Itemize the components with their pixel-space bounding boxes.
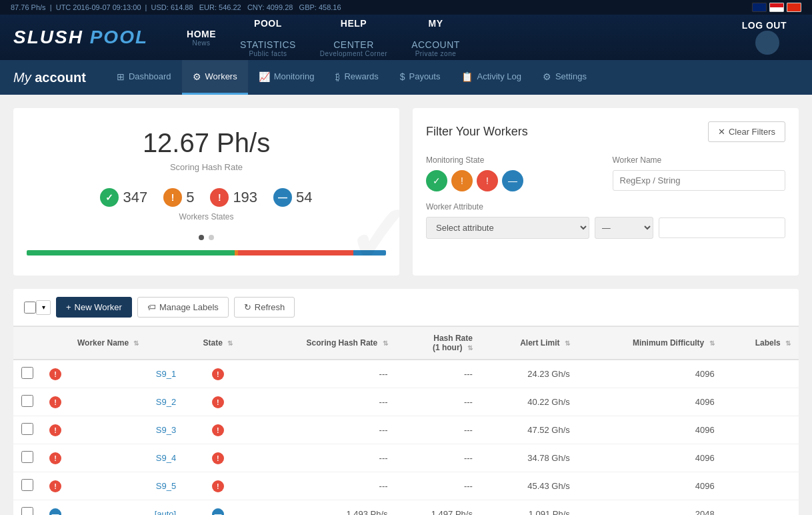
- row-worker-name-cell: S9_2: [69, 388, 184, 416]
- state-green-icon: ✓: [100, 188, 119, 207]
- settings-icon: ⚙: [543, 71, 551, 82]
- worker-name-link-5[interactable]: [auto]: [155, 509, 177, 515]
- nav-pool-statistics[interactable]: POOL STATISTICS Public facts: [228, 15, 308, 60]
- watermark: ✓: [345, 189, 399, 276]
- monitoring-state-orange[interactable]: !: [451, 170, 473, 191]
- row-checkbox-3[interactable]: [21, 451, 33, 463]
- row-scoring-hr-cell: 1.493 Ph/s: [252, 500, 396, 516]
- plus-icon: +: [66, 302, 71, 312]
- col-scoring-hr[interactable]: Scoring Hash Rate ⇅: [252, 327, 396, 360]
- filter-monitoring-row: Monitoring State ✓ ! ! — Worker Name: [426, 155, 785, 191]
- col-alert-limit[interactable]: Alert Limit ⇅: [481, 327, 578, 360]
- nav-my-account[interactable]: MY ACCOUNT Private zone: [399, 15, 472, 60]
- row-checkbox-cell: [13, 360, 41, 388]
- worker-name-link-0[interactable]: S9_1: [156, 369, 176, 379]
- status-icon-1: !: [49, 396, 61, 408]
- worker-name-link-4[interactable]: S9_5: [156, 481, 176, 491]
- clear-filters-label: Clear Filters: [729, 127, 775, 137]
- cny-rate: CNY: 4099.28: [247, 3, 293, 11]
- row-status-cell: —: [41, 500, 69, 516]
- col-hash-rate[interactable]: Hash Rate(1 hour) ⇅: [396, 327, 481, 360]
- dot-1[interactable]: [199, 235, 204, 240]
- row-checkbox-cell: [13, 388, 41, 416]
- row-min-diff-cell: 4096: [578, 444, 723, 472]
- row-alert-limit-cell: 34.78 Gh/s: [481, 444, 578, 472]
- new-worker-button[interactable]: + New Worker: [56, 297, 132, 318]
- row-labels-cell: [723, 500, 799, 516]
- attribute-operator-select[interactable]: — = != > <: [595, 217, 653, 239]
- refresh-label: Refresh: [255, 302, 285, 312]
- monitoring-state-buttons: ✓ ! ! —: [426, 170, 599, 191]
- monitoring-state-blue[interactable]: —: [502, 170, 523, 191]
- label-icon: 🏷: [147, 302, 156, 312]
- subnav-payouts[interactable]: $ Payouts: [389, 60, 451, 95]
- nav-help-center[interactable]: HELP CENTER Development Corner: [308, 15, 399, 60]
- row-worker-name-cell: S9_4: [69, 444, 184, 472]
- subnav-monitoring[interactable]: 📈 Monitoring: [248, 60, 325, 95]
- row-checkbox-cell: [13, 500, 41, 516]
- subnav-rewards[interactable]: ₿ Rewards: [325, 60, 389, 95]
- col-state[interactable]: State ⇅: [184, 327, 252, 360]
- col-worker-name[interactable]: Worker Name ⇅: [69, 327, 184, 360]
- subnav-activity-log-label: Activity Log: [477, 71, 521, 81]
- refresh-button[interactable]: ↻ Refresh: [234, 297, 295, 318]
- row-checkbox-2[interactable]: [21, 423, 33, 435]
- subnav-activity-log[interactable]: 📋 Activity Log: [451, 60, 531, 95]
- workers-section: ▾ + New Worker 🏷 Manage Labels ↻ Refresh: [13, 289, 799, 515]
- subnav-dashboard[interactable]: ⊞ Dashboard: [106, 60, 182, 95]
- row-min-diff-cell: 4096: [578, 416, 723, 444]
- dot-2[interactable]: [209, 235, 214, 240]
- state-orange-icon: !: [163, 188, 182, 207]
- worker-states: ✓ 347 ! 5 ! 193 — 54: [27, 188, 386, 207]
- col-labels[interactable]: Labels ⇅: [723, 327, 799, 360]
- select-dropdown-button[interactable]: ▾: [36, 300, 51, 315]
- worker-name-input[interactable]: [613, 170, 786, 191]
- worker-name-link-3[interactable]: S9_4: [156, 453, 176, 463]
- row-state-cell: —: [184, 500, 252, 516]
- row-labels-cell: [723, 388, 799, 416]
- sort-min-diff: ⇅: [709, 340, 715, 347]
- row-checkbox-1[interactable]: [21, 395, 33, 407]
- site-logo: SLUSH POOL: [13, 27, 148, 48]
- stats-panel: 12.67 Ph/s Scoring Hash Rate ✓ 347 ! 5 !…: [13, 108, 399, 276]
- row-worker-name-cell: S9_3: [69, 416, 184, 444]
- activity-log-icon: 📋: [461, 71, 473, 82]
- monitoring-state-green[interactable]: ✓: [426, 170, 447, 191]
- manage-labels-button[interactable]: 🏷 Manage Labels: [137, 297, 229, 318]
- state-orange-item: ! 5: [163, 188, 194, 207]
- worker-name-link-2[interactable]: S9_3: [156, 425, 176, 435]
- subnav-payouts-label: Payouts: [409, 71, 440, 81]
- col-min-diff[interactable]: Minimum Difficulty ⇅: [578, 327, 723, 360]
- row-checkbox-0[interactable]: [21, 367, 33, 379]
- row-checkbox-5[interactable]: [21, 507, 33, 515]
- sort-state: ⇅: [227, 340, 233, 347]
- select-all-wrapper: ▾: [24, 300, 51, 315]
- row-hash-rate-cell: ---: [396, 388, 481, 416]
- status-icon-3: !: [49, 452, 61, 464]
- table-row: ! S9_3 ! --- --- 47.52 Gh/s 4096: [13, 416, 799, 444]
- row-scoring-hr-cell: ---: [252, 388, 396, 416]
- flag-cz[interactable]: [769, 3, 784, 12]
- worker-name-link-1[interactable]: S9_2: [156, 397, 176, 407]
- row-status-cell: !: [41, 472, 69, 500]
- attribute-value-input[interactable]: [659, 217, 785, 238]
- select-all-checkbox[interactable]: [24, 302, 36, 314]
- nav-home[interactable]: HOME News: [175, 15, 228, 60]
- filter-worker-name-group: Worker Name: [613, 155, 786, 191]
- flag-cn[interactable]: [787, 3, 801, 12]
- sort-worker-name: ⇅: [133, 340, 139, 347]
- row-checkbox-4[interactable]: [21, 479, 33, 491]
- monitoring-state-red[interactable]: !: [477, 170, 498, 191]
- nav-logout[interactable]: LOG OUT: [730, 15, 799, 60]
- workers-states-label: Workers States: [27, 212, 386, 221]
- flag-uk[interactable]: [752, 3, 767, 12]
- clear-filters-button[interactable]: ✕ Clear Filters: [708, 121, 785, 142]
- user-avatar: [755, 31, 779, 55]
- row-scoring-hr-cell: ---: [252, 416, 396, 444]
- attribute-select[interactable]: Select attribute: [426, 217, 589, 239]
- status-icon-0: !: [49, 368, 61, 380]
- subnav-settings[interactable]: ⚙ Settings: [532, 60, 597, 95]
- row-alert-limit-cell: 45.43 Gh/s: [481, 472, 578, 500]
- usd-rate: USD: 614.88: [151, 3, 193, 11]
- subnav-workers[interactable]: ⚙ Workers: [182, 60, 248, 95]
